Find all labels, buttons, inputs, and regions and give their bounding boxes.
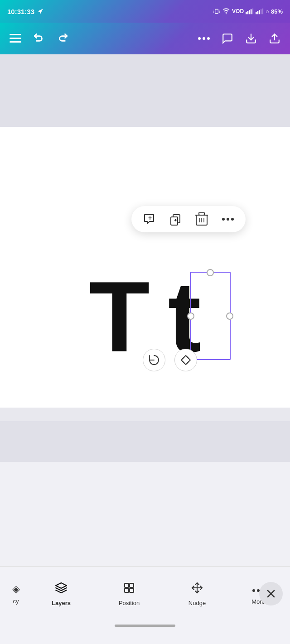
svg-rect-15 <box>259 10 260 14</box>
svg-rect-14 <box>257 11 259 14</box>
svg-rect-44 <box>130 588 134 592</box>
add-comment-button[interactable]: + <box>140 211 158 228</box>
redo-button[interactable] <box>56 32 69 45</box>
signal-text: VOD <box>232 8 244 14</box>
time: 10:31:33 <box>7 8 34 15</box>
canvas-white[interactable]: + <box>0 127 290 408</box>
context-more-button[interactable] <box>219 211 237 228</box>
status-left: 10:31:33 <box>7 8 44 15</box>
duplicate-icon <box>169 212 182 226</box>
svg-point-21 <box>198 37 201 40</box>
close-icon <box>266 589 276 599</box>
rotate-icon <box>149 355 160 365</box>
svg-rect-28 <box>171 217 178 225</box>
battery-percent: 85% <box>271 8 283 15</box>
status-right: VOD ○ 85% <box>213 8 283 15</box>
svg-rect-20 <box>10 41 21 43</box>
redo-icon <box>57 33 68 44</box>
toolbar-left <box>9 32 69 45</box>
layers-icon <box>55 582 68 597</box>
nudge-label: Nudge <box>188 600 206 606</box>
svg-rect-13 <box>256 12 257 14</box>
svg-point-39 <box>231 218 234 221</box>
signal2-icon <box>256 8 264 14</box>
tab-layers[interactable]: Layers <box>27 577 95 611</box>
add-comment-icon: + <box>142 212 156 226</box>
share-button[interactable] <box>268 32 281 45</box>
bottom-panel: ◈ cy Layers <box>0 566 290 644</box>
svg-point-38 <box>227 218 229 221</box>
svg-rect-12 <box>252 9 254 14</box>
svg-rect-9 <box>247 11 249 14</box>
more-button[interactable] <box>198 32 210 45</box>
move-icon <box>180 355 191 365</box>
handle-mid-left[interactable] <box>187 312 194 320</box>
share-icon <box>269 33 280 44</box>
download-icon <box>245 33 257 44</box>
left-letter: T <box>89 261 150 373</box>
context-more-icon <box>221 217 235 221</box>
svg-rect-17 <box>262 9 264 14</box>
delete-button[interactable] <box>193 211 210 228</box>
svg-point-23 <box>207 37 210 40</box>
cy-icon: ◈ <box>12 583 20 595</box>
svg-rect-18 <box>10 34 21 35</box>
undo-button[interactable] <box>33 32 45 45</box>
handle-top[interactable] <box>207 269 214 276</box>
svg-rect-16 <box>261 10 262 14</box>
position-label: Position <box>119 600 140 606</box>
svg-point-37 <box>222 218 225 221</box>
svg-rect-42 <box>130 583 134 587</box>
download-button[interactable] <box>245 32 257 45</box>
action-buttons <box>143 349 197 371</box>
svg-text:+: + <box>148 214 152 221</box>
more-icon <box>198 37 210 40</box>
position-svg <box>123 582 135 594</box>
svg-point-45 <box>252 589 255 592</box>
bottom-tabs: ◈ cy Layers <box>0 567 290 621</box>
svg-point-7 <box>226 13 227 14</box>
delete-icon <box>195 212 208 226</box>
layers-svg <box>55 582 68 594</box>
svg-rect-0 <box>215 9 218 13</box>
nudge-icon <box>191 582 203 597</box>
context-toolbar: + <box>131 206 246 232</box>
wifi-icon <box>222 8 230 14</box>
close-button[interactable] <box>259 582 283 606</box>
canvas-bottom-gray <box>0 421 290 462</box>
svg-rect-41 <box>125 583 129 587</box>
menu-button[interactable] <box>9 32 22 45</box>
layers-label: Layers <box>52 600 71 606</box>
toolbar <box>0 23 290 54</box>
battery-text: ○ <box>266 8 269 15</box>
undo-icon <box>33 33 45 44</box>
nudge-svg <box>191 582 203 594</box>
svg-rect-43 <box>125 588 129 592</box>
svg-rect-33 <box>199 212 204 215</box>
move-button[interactable] <box>174 349 197 371</box>
left-letter-container: T <box>89 267 150 367</box>
tab-cy[interactable]: ◈ cy <box>5 579 27 609</box>
svg-rect-10 <box>249 10 250 14</box>
svg-rect-11 <box>251 10 252 14</box>
comment-icon <box>222 33 233 44</box>
position-icon <box>123 582 135 597</box>
handle-mid-right[interactable] <box>226 312 233 320</box>
menu-icon <box>10 34 21 43</box>
svg-rect-8 <box>246 12 247 14</box>
navigation-icon <box>37 8 44 14</box>
rotate-button[interactable] <box>143 349 165 371</box>
cy-label: cy <box>13 598 19 605</box>
tab-nudge[interactable]: Nudge <box>163 577 231 611</box>
svg-rect-19 <box>10 38 21 39</box>
canvas-area: + <box>0 54 290 462</box>
canvas-top-gray <box>0 54 290 127</box>
svg-point-22 <box>203 37 205 40</box>
duplicate-button[interactable] <box>167 211 184 228</box>
tab-position[interactable]: Position <box>95 577 163 611</box>
status-bar: 10:31:33 VOD <box>0 0 290 23</box>
home-indicator <box>115 625 175 627</box>
comment-button[interactable] <box>221 32 234 45</box>
svg-marker-40 <box>56 583 67 588</box>
vibrate-icon <box>213 8 220 15</box>
